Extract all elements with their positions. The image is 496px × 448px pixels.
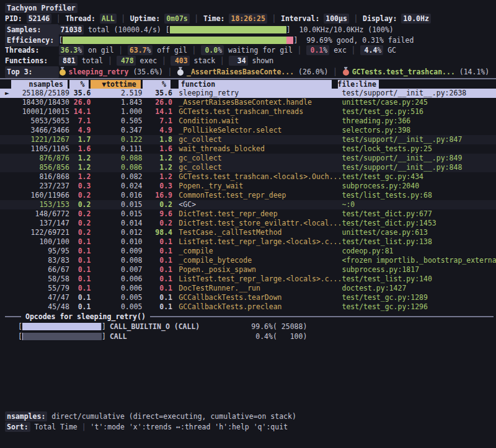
- efficiency-bar: [63, 37, 293, 44]
- column-header-tottime-sorted[interactable]: ▼tottime: [91, 80, 142, 89]
- cell-tottime: 0.111: [91, 144, 142, 154]
- cell-pct-direct: 1.7: [69, 135, 91, 144]
- samples-total: 71038: [59, 25, 84, 35]
- cell-function: sleeping_retry: [179, 89, 342, 98]
- column-header-pct2[interactable]: %: [143, 80, 172, 89]
- rule-right: [150, 316, 494, 317]
- row-select-arrow: [5, 228, 18, 237]
- cell-fileline: unittest/case.py:245: [342, 98, 496, 107]
- cell-function: _compile: [179, 247, 342, 256]
- table-row[interactable]: 66/670.10.0070.1Popen._posix_spawnsubpro…: [0, 265, 496, 275]
- cell-fileline: test/test_list.py:138: [342, 237, 496, 247]
- table-row[interactable]: 47/470.10.0050.1GCCallbackTests.tearDown…: [0, 293, 496, 302]
- table-row[interactable]: 10001/1001514.11.00014.1GCTests.test_tra…: [0, 107, 496, 116]
- top3-function-name: sleeping_retry: [69, 68, 129, 76]
- table-row[interactable]: 45/480.10.0050.1GCCallbackTests.preclean…: [0, 302, 496, 312]
- cell-fileline: test/list_tests.py:68: [342, 191, 496, 200]
- cell-fileline: test/support/__init__.py:849: [342, 154, 496, 163]
- cell-function: gc_collect: [179, 135, 342, 144]
- table-row[interactable]: 148/67720.20.0159.6DictTest.test_repr_de…: [0, 209, 496, 219]
- samples-rate-right: 10.0KHz/10.0KHz (100%): [299, 25, 393, 34]
- table-row[interactable]: 5053/50537.10.5057.1Condition.waitthread…: [0, 116, 496, 126]
- cell-nsamples: 816/868: [18, 172, 69, 182]
- cell-pct-cumulative: 0.2: [143, 200, 172, 209]
- header-info-row: PID: 52146Thread: ALLUptime: 0m07sTime: …: [0, 14, 496, 24]
- cell-nsamples: 45/48: [18, 302, 69, 312]
- cell-pct-direct: 14.1: [69, 107, 91, 116]
- cell-fileline: test/test_gc.py:1289: [342, 293, 496, 302]
- cell-nsamples: 47/47: [18, 293, 69, 302]
- cell-nsamples: 55/79: [18, 284, 69, 293]
- table-row[interactable]: 3466/34664.90.3474.9_PollLikeSelector.se…: [0, 126, 496, 135]
- cell-pct-direct: 0.1: [69, 247, 91, 256]
- cell-pct-direct: 0.1: [69, 293, 91, 302]
- efficiency-summary: 99.69% good, 0.31% failed: [306, 36, 414, 45]
- legend-row: nsamples: direct/cumulative (direct=exec…: [0, 411, 496, 422]
- stat-unit: stack: [190, 56, 216, 65]
- thread-stat: 4.4% GC: [347, 46, 396, 55]
- cell-pct-cumulative: 0.2: [143, 219, 172, 228]
- table-row[interactable]: ►25188/2518935.62.51935.6sleeping_retryt…: [0, 89, 496, 98]
- cell-nsamples: 160/11966: [18, 191, 69, 200]
- cell-function: GCTests.test_trashcan.<locals>.Ouch...: [179, 172, 342, 182]
- column-header-nsamples[interactable]: nsamples: [11, 80, 69, 89]
- table-row[interactable]: 856/8561.20.0861.2gc_collecttest/support…: [0, 163, 496, 172]
- cell-tottime: 0.122: [91, 135, 142, 144]
- column-header-pct1[interactable]: %: [69, 80, 91, 89]
- table-row[interactable]: 137/1470.20.0140.2DictTest.test_store_ev…: [0, 219, 496, 228]
- table-row[interactable]: 876/8761.20.0881.2gc_collecttest/support…: [0, 154, 496, 163]
- table-row[interactable]: 58/580.10.0060.1ListTest.test_repr_large…: [0, 275, 496, 284]
- spacer: [0, 341, 496, 411]
- table-row[interactable]: 160/119660.20.01616.9CommonTest.test_rep…: [0, 191, 496, 200]
- opcode-row: []CALL_BUILTIN_O (CALL)99.6%( 25088): [0, 322, 496, 332]
- cell-nsamples: 100/100: [18, 237, 69, 247]
- row-select-arrow: [5, 172, 18, 182]
- samples-rate: total (10000.4/s): [84, 25, 161, 34]
- cell-pct-direct: 1.2: [69, 154, 91, 163]
- stat-value: 0.1: [308, 45, 323, 56]
- table-row[interactable]: 153/1530.20.0150.2<GC>~:0: [0, 200, 496, 209]
- header-info-segment: Display: 10.0Hz: [349, 14, 431, 23]
- table-row[interactable]: 237/2370.30.0240.3Popen._try_waitsubproc…: [0, 182, 496, 191]
- table-row[interactable]: 95/950.10.0090.1_compilecodeop.py:81: [0, 247, 496, 256]
- cell-tottime: 0.006: [91, 275, 142, 284]
- table-row[interactable]: 18430/1843026.01.84326.0_AssertRaisesBas…: [0, 98, 496, 107]
- top3-item[interactable]: GCTests.test_trashcan... (14.1%): [329, 68, 490, 76]
- cell-pct-cumulative: 0.1: [143, 293, 172, 302]
- statusbar-separator: |: [82, 423, 86, 431]
- table-row[interactable]: 55/790.10.0060.1DocTestRunner.__rundocte…: [0, 284, 496, 293]
- top3-item[interactable]: _AssertRaisesBaseConte... (26.0%): [163, 68, 329, 76]
- cell-function: _AssertRaisesBaseContext.handle: [179, 98, 342, 107]
- table-row[interactable]: 122/697210.20.01298.4TestCase._callTestM…: [0, 228, 496, 237]
- row-select-arrow: [5, 275, 18, 284]
- cell-function: GCCallbackTests.tearDown: [179, 293, 342, 302]
- table-row[interactable]: 100/1000.10.0100.1ListTest.test_repr_lar…: [0, 237, 496, 247]
- cell-tottime: 0.008: [91, 256, 142, 265]
- row-select-arrow: [5, 135, 18, 144]
- app-title: Tachyon Profiler: [5, 3, 78, 13]
- cell-tottime: 0.086: [91, 163, 142, 172]
- table-row[interactable]: 83/830.10.0080.1_compile_bytecode<frozen…: [0, 256, 496, 265]
- table-row[interactable]: 816/8681.20.0821.2GCTests.test_trashcan.…: [0, 172, 496, 182]
- top3-item[interactable]: sleeping_retry (35.6%): [59, 68, 163, 76]
- cell-function: <GC>: [179, 200, 342, 209]
- header-info-segment: Uptime: 0m07s: [117, 14, 190, 23]
- cell-pct-direct: 0.3: [69, 182, 91, 191]
- stat-unit: exec: [136, 56, 157, 65]
- samples-bar: [170, 26, 286, 33]
- cell-fileline: test/test_dict.py:677: [342, 209, 496, 219]
- cell-pct-cumulative: 4.9: [143, 126, 172, 135]
- cell-fileline: selectors.py:398: [342, 126, 496, 135]
- functions-stats: 881 total478 exec403 stack34 shown: [59, 56, 274, 66]
- cell-tottime: 0.009: [91, 247, 142, 256]
- column-header-function[interactable]: function: [179, 80, 333, 89]
- table-row[interactable]: 1221/12671.70.1221.8gc_collecttest/suppo…: [0, 135, 496, 144]
- efficiency-good-fill: [63, 37, 286, 44]
- table-row[interactable]: 1105/11051.60.1111.6wait_threads_blocked…: [0, 144, 496, 154]
- cell-function: TestCase._callTestMethod: [179, 228, 342, 237]
- column-header-fileline[interactable]: file:line: [338, 80, 381, 89]
- row-select-arrow: [5, 144, 18, 154]
- header-info-segment: Interval: 100µs: [267, 14, 349, 23]
- cell-pct-cumulative: 0.1: [143, 302, 172, 312]
- cell-tottime: 0.024: [91, 182, 142, 191]
